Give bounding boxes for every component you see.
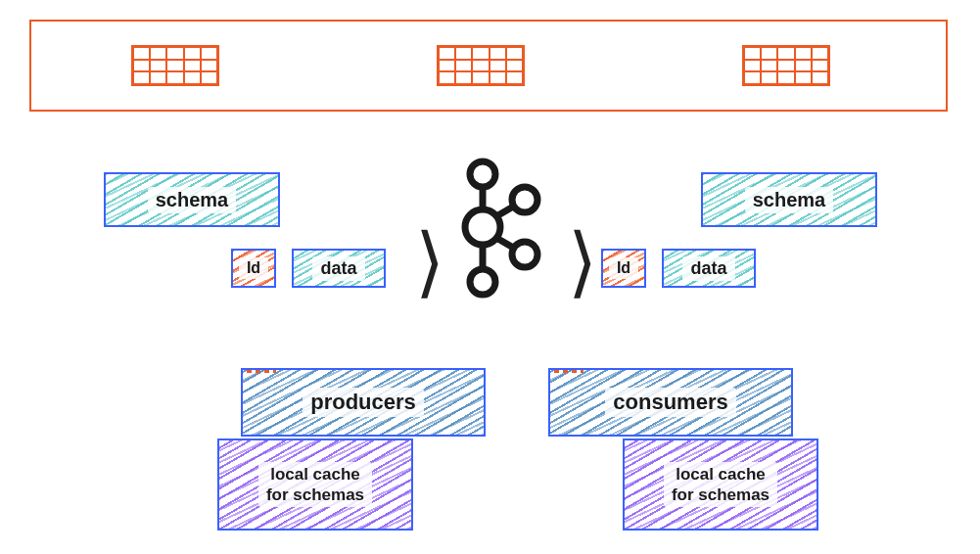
kafka-icon: [446, 157, 544, 299]
table-icon: [131, 45, 219, 86]
svg-line-8: [496, 238, 515, 249]
table-icon: [742, 45, 830, 86]
table-icon: [437, 45, 525, 86]
producers-box: producers: [241, 368, 486, 437]
svg-line-7: [496, 206, 515, 216]
angle-right-icon: ❭: [411, 218, 447, 299]
svg-point-1: [465, 209, 500, 245]
id-box-left: Id: [231, 249, 276, 288]
id-label: Id: [239, 257, 268, 279]
local-cache-box-right: local cache for schemas: [623, 439, 818, 531]
svg-point-2: [470, 269, 495, 295]
id-label: Id: [609, 257, 638, 279]
schema-label: schema: [148, 187, 237, 213]
data-box-right: data: [662, 249, 756, 288]
svg-point-0: [470, 162, 495, 187]
data-box-left: data: [292, 249, 386, 288]
id-box-right: Id: [601, 249, 646, 288]
schema-box-left: schema: [104, 172, 280, 227]
consumers-label: consumers: [605, 388, 735, 417]
local-cache-label: local cache for schemas: [258, 462, 372, 508]
schema-box-right: schema: [701, 172, 877, 227]
schema-registry-container: [29, 20, 948, 112]
producers-label: producers: [303, 388, 424, 417]
data-label: data: [312, 256, 364, 281]
data-label: data: [682, 256, 734, 281]
local-cache-box-left: local cache for schemas: [217, 439, 413, 531]
local-cache-label: local cache for schemas: [664, 462, 777, 508]
angle-right-icon: ❭: [564, 218, 600, 299]
consumers-box: consumers: [548, 368, 793, 437]
schema-label: schema: [745, 187, 834, 213]
